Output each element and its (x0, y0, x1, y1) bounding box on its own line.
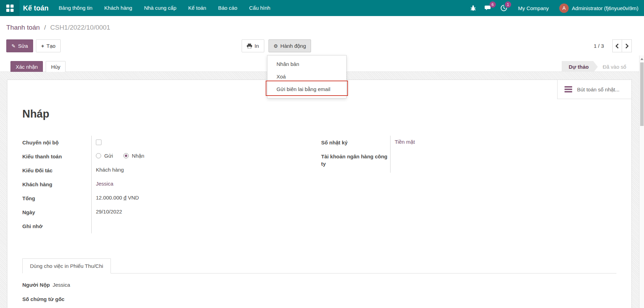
customer-link[interactable]: Jessica (96, 181, 113, 187)
confirm-button[interactable]: Xác nhận (10, 61, 43, 73)
main-menu: Bảng thông tin Khách hàng Nhà cung cấp K… (53, 0, 276, 16)
scrollbar-thumb[interactable] (640, 62, 644, 126)
notebook-tabs: Dùng cho việc in Phiếu Thu/Chi (22, 258, 616, 273)
journal-link[interactable]: Tiền mặt (395, 139, 415, 145)
field-memo: Ghi nhớ (22, 219, 321, 233)
date-value: 29/10/2022 (91, 205, 321, 219)
field-amount: Tổng 12.000.000 đ VND (22, 191, 321, 205)
print-button[interactable]: In (242, 39, 264, 52)
form-sheet: Bút toán sổ nhật... Nháp Chuyển nội bộ K… (7, 80, 632, 308)
debug-button[interactable] (467, 0, 479, 16)
breadcrumb: Thanh toán / CSH1/2022/10/0001 (6, 24, 110, 31)
apps-menu-button[interactable] (0, 0, 20, 16)
company-bank-account-value (390, 150, 616, 173)
journal-label: Sổ nhật ký (321, 136, 390, 150)
menu-item-duplicate[interactable]: Nhân bản (267, 58, 346, 70)
journal-entry-icon (565, 86, 572, 92)
amount-label: Tổng (22, 191, 91, 205)
cancel-button[interactable]: Hủy (46, 61, 66, 73)
currency-code: VND (128, 195, 139, 201)
date-label: Ngày (22, 205, 91, 219)
right-field-group: Sổ nhật ký Tiền mặt Tài khoản ngân hàng … (321, 136, 616, 233)
breadcrumb-parent-link[interactable]: Thanh toán (6, 24, 40, 31)
partner-type-label: Kiểu Đối tác (22, 164, 91, 178)
payment-type-receive-option[interactable]: Nhận (123, 153, 144, 159)
tab-content: Người Nộp Jessica Số chứng từ gốc (22, 273, 616, 302)
tab-receipt-printing[interactable]: Dùng cho việc in Phiếu Thu/Chi (22, 258, 111, 273)
scroll-up-icon[interactable] (641, 58, 643, 60)
messages-button[interactable]: 6 (483, 0, 494, 16)
field-payment-type: Kiểu thanh toán Gửi Nhận (22, 150, 321, 164)
currency-symbol: đ (123, 195, 126, 201)
field-date: Ngày 29/10/2022 (22, 205, 321, 219)
navbar-systray: 6 1 My Company A Administrator (fj6nyue0… (467, 0, 644, 16)
field-customer: Khách hàng Jessica (22, 178, 321, 191)
user-menu[interactable]: A Administrator (fj6nyue0vi9m) (557, 3, 638, 13)
create-button[interactable]: + Tạo (36, 39, 61, 52)
pager-previous-button[interactable] (612, 39, 622, 52)
nav-item-reporting[interactable]: Báo cáo (212, 0, 243, 16)
payment-type-send-option[interactable]: Gửi (96, 153, 113, 159)
gear-icon: ⚙ (274, 44, 278, 48)
menu-item-delete[interactable]: Xoá (267, 70, 346, 83)
chevron-left-icon (615, 44, 619, 48)
form-view-background: Bút toán sổ nhật... Nháp Chuyển nội bộ K… (0, 72, 644, 308)
status-draft[interactable]: Dự thảo (562, 61, 598, 73)
source-document-label: Số chứng từ gốc (22, 296, 65, 302)
activities-badge: 1 (505, 1, 511, 8)
menu-item-send-receipt-by-email[interactable]: Gửi biên lai bằng email (267, 83, 346, 96)
customer-label: Khách hàng (22, 178, 91, 191)
field-partner-type: Kiểu Đối tác Khách hàng (22, 164, 321, 178)
field-journal: Sổ nhật ký Tiền mặt (321, 136, 616, 150)
edit-button[interactable]: ✎ Sửa (6, 39, 33, 52)
action-dropdown-menu: Nhân bản Xoá Gửi biên lai bằng email (267, 55, 347, 98)
journal-entry-stat-button[interactable]: Bút toán sổ nhật... (557, 80, 631, 99)
pager-next-button[interactable] (622, 39, 632, 52)
apps-grid-icon (6, 5, 14, 12)
activities-button[interactable]: 1 (498, 0, 510, 16)
record-state-title: Nháp (22, 108, 50, 120)
action-button[interactable]: ⚙ Hành động (268, 39, 311, 52)
amount-value: 12.000.000 đ VND (91, 191, 321, 205)
radio-checked-icon (123, 153, 129, 158)
status-pipeline: Dự thảo Đã vào sổ (562, 61, 632, 73)
field-company-bank-account: Tài khoản ngân hàng công ty (321, 150, 616, 173)
company-bank-account-label: Tài khoản ngân hàng công ty (321, 150, 390, 173)
radio-unchecked-icon (96, 153, 101, 158)
top-navbar: Kế toán Bảng thông tin Khách hàng Nhà cu… (0, 0, 644, 16)
field-payer: Người Nộp Jessica (22, 282, 616, 288)
company-switcher[interactable]: My Company (513, 5, 554, 11)
create-icon: + (41, 44, 44, 48)
edit-icon: ✎ (12, 44, 16, 48)
bug-icon (470, 5, 476, 11)
status-posted[interactable]: Đã vào sổ (598, 61, 632, 73)
journal-entry-label: Bút toán sổ nhật... (577, 87, 620, 92)
nav-item-configuration[interactable]: Cấu hình (243, 0, 276, 16)
user-name: Administrator (fj6nyue0vi9m) (572, 5, 638, 11)
messages-badge: 6 (490, 1, 496, 8)
nav-item-customers[interactable]: Khách hàng (98, 0, 138, 16)
payer-label: Người Nộp (22, 282, 50, 288)
nav-item-dashboard[interactable]: Bảng thông tin (53, 0, 98, 16)
pager-counter: 1 / 3 (594, 43, 604, 49)
nav-item-vendors[interactable]: Nhà cung cấp (138, 0, 182, 16)
memo-label: Ghi nhớ (22, 219, 91, 233)
internal-transfer-label: Chuyển nội bộ (22, 136, 91, 150)
breadcrumb-separator: / (41, 24, 48, 31)
field-internal-transfer: Chuyển nội bộ (22, 136, 321, 150)
chevron-right-icon (625, 44, 629, 48)
app-brand[interactable]: Kế toán (20, 4, 53, 12)
control-panel-buttons-row: ✎ Sửa + Tạo In ⚙ (6, 39, 632, 52)
breadcrumb-current: CSH1/2022/10/0001 (50, 24, 110, 31)
nav-item-accounting[interactable]: Kế toán (182, 0, 212, 16)
vertical-scrollbar[interactable] (639, 55, 644, 308)
field-groups: Chuyển nội bộ Kiểu thanh toán Gửi (22, 136, 616, 233)
partner-type-value: Khách hàng (91, 164, 321, 178)
payment-type-label: Kiểu thanh toán (22, 150, 91, 164)
payer-value: Jessica (53, 282, 70, 288)
field-source-document: Số chứng từ gốc (22, 296, 616, 302)
avatar: A (559, 3, 569, 13)
internal-transfer-checkbox[interactable] (96, 140, 101, 145)
notebook: Dùng cho việc in Phiếu Thu/Chi Người Nộp… (22, 258, 616, 302)
odoo-accounting-app: Kế toán Bảng thông tin Khách hàng Nhà cu… (0, 0, 644, 308)
